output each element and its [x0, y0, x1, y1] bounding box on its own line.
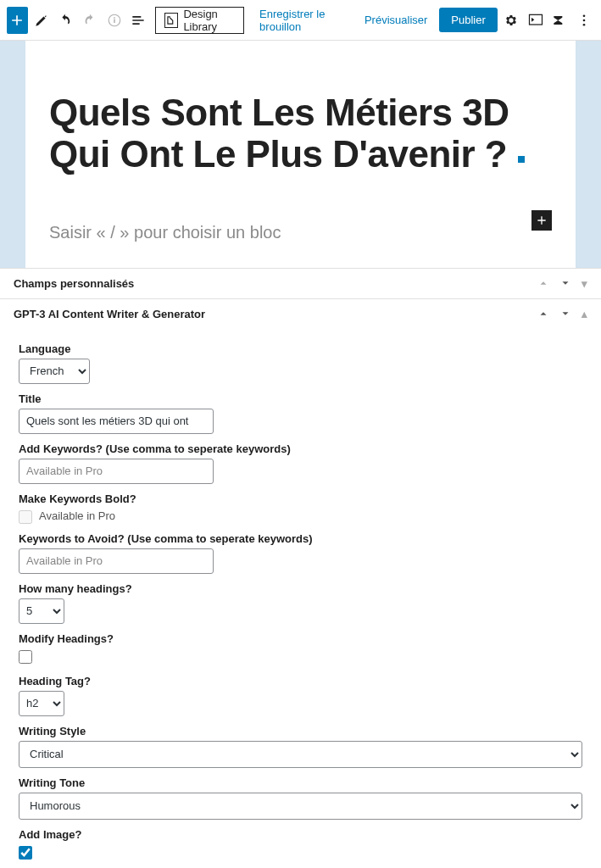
add-keywords-input[interactable] — [19, 459, 214, 484]
preview-button[interactable]: Prévisualiser — [356, 8, 436, 31]
edit-tool-button[interactable] — [31, 7, 53, 34]
chevron-down-icon[interactable] — [559, 308, 571, 320]
publish-button[interactable]: Publier — [439, 8, 497, 32]
chevron-up-icon[interactable] — [537, 308, 549, 320]
panel-custom-fields-title: Champs personnalisés — [14, 277, 134, 290]
writing-tone-label: Writing Tone — [19, 776, 582, 789]
panel-custom-fields-header[interactable]: Champs personnalisés ▾ — [0, 269, 601, 298]
make-bold-pro-text: Available in Pro — [37, 509, 115, 522]
cursor-indicator — [518, 156, 525, 163]
make-bold-checkbox[interactable] — [19, 510, 32, 524]
language-select[interactable]: French — [19, 359, 90, 384]
writing-style-select[interactable]: Critical — [19, 741, 582, 768]
add-block-button[interactable] — [7, 7, 28, 34]
writing-style-label: Writing Style — [19, 725, 582, 737]
insert-block-button[interactable] — [531, 210, 552, 231]
panel-gpt3-header[interactable]: GPT-3 AI Content Writer & Generator ▴ — [0, 299, 601, 329]
svg-point-5 — [582, 19, 585, 21]
svg-rect-2 — [114, 17, 115, 19]
add-image-label: Add Image? — [19, 828, 582, 841]
editor-canvas-wrap: Quels Sont Les Métiers 3D Qui Ont Le Plu… — [0, 41, 601, 268]
svg-rect-3 — [529, 14, 542, 25]
add-keywords-label: Add Keywords? (Use comma to seperate key… — [19, 442, 582, 455]
redo-button[interactable] — [80, 7, 101, 34]
modify-headings-label: Modify Headings? — [19, 632, 582, 645]
panel-gpt3: GPT-3 AI Content Writer & Generator ▴ La… — [0, 298, 601, 868]
title-input[interactable] — [19, 409, 214, 434]
save-draft-button[interactable]: Enregistrer le brouillon — [251, 3, 353, 38]
heading-tag-label: Heading Tag? — [19, 675, 582, 687]
avoid-keywords-input[interactable] — [19, 548, 214, 574]
chevron-up-icon[interactable] — [537, 277, 549, 290]
settings-button[interactable] — [501, 7, 522, 34]
triangle-up-icon[interactable]: ▴ — [582, 308, 587, 320]
make-bold-label: Make Keywords Bold? — [19, 492, 582, 505]
headings-count-label: How many headings? — [19, 582, 582, 595]
design-library-label: Design Library — [183, 8, 235, 33]
info-button[interactable] — [103, 7, 125, 34]
writing-tone-select[interactable]: Humorous — [19, 793, 582, 820]
panel-toggle-button[interactable] — [525, 7, 546, 34]
editor-toolbar: Design Library Enregistrer le brouillon … — [0, 0, 601, 41]
chevron-down-icon[interactable] — [559, 277, 571, 290]
design-library-icon — [164, 13, 178, 28]
add-image-checkbox[interactable] — [19, 846, 32, 860]
panel-custom-fields: Champs personnalisés ▾ — [0, 268, 601, 298]
undo-button[interactable] — [55, 7, 76, 34]
svg-rect-1 — [114, 19, 115, 23]
more-options-button[interactable] — [574, 7, 595, 34]
design-library-button[interactable]: Design Library — [155, 7, 244, 34]
triangle-down-icon[interactable]: ▾ — [582, 277, 587, 290]
modify-headings-checkbox[interactable] — [19, 650, 32, 664]
kadence-icon[interactable] — [549, 7, 570, 34]
svg-point-6 — [582, 23, 585, 25]
block-placeholder[interactable]: Saisir « / » pour choisir un bloc — [49, 223, 281, 242]
headings-count-select[interactable]: 5 — [19, 598, 64, 624]
title-label: Title — [19, 392, 582, 405]
panel-gpt3-title: GPT-3 AI Content Writer & Generator — [14, 308, 205, 320]
svg-point-4 — [582, 14, 585, 17]
outline-button[interactable] — [128, 7, 149, 34]
heading-tag-select[interactable]: h2 — [19, 691, 64, 716]
panel-gpt3-body: Language French Title Add Keywords? (Use… — [0, 329, 601, 868]
post-title[interactable]: Quels Sont Les Métiers 3D Qui Ont Le Plu… — [49, 92, 552, 175]
language-label: Language — [19, 342, 582, 355]
avoid-keywords-label: Keywords to Avoid? (Use comma to seperat… — [19, 532, 582, 545]
editor-canvas[interactable]: Quels Sont Les Métiers 3D Qui Ont Le Plu… — [25, 41, 576, 268]
